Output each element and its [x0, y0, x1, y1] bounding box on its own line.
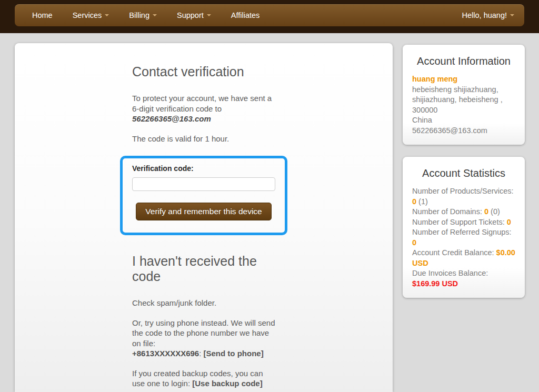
verification-code-label: Verification code:: [132, 164, 275, 173]
caret-down-icon: [153, 14, 157, 16]
phone-separator: :: [199, 349, 203, 358]
caret-down-icon: [510, 14, 514, 16]
stat-credit-balance: Account Credit Balance: $0.00 USD: [412, 248, 515, 268]
nav-item-label: Support: [177, 11, 204, 19]
address-line: shijiazhuang, hebeisheng ,: [412, 95, 515, 105]
phone-paragraph: Or, try using phone instead. We will sen…: [132, 318, 275, 359]
user-greeting: Hello, huang!: [462, 11, 507, 19]
phone-text: Or, try using phone instead. We will sen…: [132, 318, 275, 348]
nav-item-label: Home: [32, 11, 53, 19]
account-statistics-title: Account Statistics: [412, 167, 515, 179]
address-line: hebeisheng shijiazhuang,: [412, 85, 515, 95]
phone-number: +8613XXXXXX696: [132, 349, 199, 358]
backup-paragraph: If you created backup codes, you can use…: [132, 368, 275, 389]
stat-extra: (1): [416, 197, 428, 206]
page-body: Contact verification To protect your acc…: [0, 33, 539, 392]
stat-value: 0: [412, 238, 416, 247]
stat-referred-signups: Number of Referred Signups: 0: [412, 227, 515, 248]
main-panel: Contact verification To protect your acc…: [15, 43, 393, 392]
address-line: 300000: [412, 105, 515, 116]
send-to-phone-link[interactable]: [Send to phone]: [204, 349, 264, 358]
nav-item-billing[interactable]: Billing: [119, 11, 167, 19]
page-title: Contact verification: [132, 64, 275, 79]
nav-item-label: Billing: [129, 11, 149, 19]
nav-item-affiliates[interactable]: Affiliates: [221, 11, 270, 19]
header-bar: Home Services Billing Support Affiliates…: [0, 0, 539, 33]
stat-products-services: Number of Products/Services: 0 (1): [412, 186, 515, 207]
intro-paragraph: To protect your account, we have sent a …: [132, 93, 275, 124]
verification-form-highlight: Verification code: Verify and remember t…: [120, 156, 287, 235]
verification-code-input[interactable]: [132, 177, 275, 191]
intro-text: To protect your account, we have sent a …: [132, 94, 272, 113]
account-statistics-panel: Account Statistics Number of Products/Se…: [403, 157, 525, 298]
nav-menu: Home Services Billing Support Affiliates: [22, 11, 270, 19]
sidebar: Account Information huang meng hebeishen…: [403, 43, 525, 310]
client-email: 562266365@163.com: [412, 126, 515, 136]
verification-content: Contact verification To protect your acc…: [132, 43, 275, 392]
account-statistics-body: Number of Products/Services: 0 (1) Numbe…: [412, 186, 515, 289]
user-account-menu[interactable]: Hello, huang!: [461, 11, 515, 19]
account-information-body: huang meng hebeisheng shijiazhuang, shij…: [412, 74, 515, 136]
validity-text: The code is valid for 1 hour.: [132, 134, 275, 144]
nav-item-label: Services: [73, 11, 102, 19]
nav-item-home[interactable]: Home: [22, 11, 63, 19]
phone-line: +8613XXXXXX696: [Send to phone]: [132, 348, 275, 359]
address-line: China: [412, 115, 515, 126]
stat-value: 0: [412, 197, 416, 206]
nav-item-services[interactable]: Services: [63, 11, 119, 19]
not-received-title: I haven't received the code: [132, 254, 275, 284]
nav-item-label: Affiliates: [231, 11, 260, 19]
nav-item-support[interactable]: Support: [167, 11, 221, 19]
stat-domains: Number of Domains: 0 (0): [412, 207, 515, 217]
main-navbar: Home Services Billing Support Affiliates…: [15, 4, 524, 26]
stat-due-invoices: Due Invoices Balance: $169.99 USD: [412, 268, 515, 289]
stat-value: 0: [484, 207, 488, 216]
account-information-title: Account Information: [412, 55, 515, 67]
stat-value: 0: [507, 218, 511, 226]
check-spam-text: Check spam/junk folder.: [132, 298, 275, 308]
client-name: huang meng: [412, 74, 515, 85]
caret-down-icon: [105, 14, 109, 16]
stat-extra: (0): [488, 207, 500, 216]
caret-down-icon: [207, 14, 211, 16]
verify-button[interactable]: Verify and remember this device: [136, 203, 271, 220]
verification-email: 562266365@163.com: [132, 114, 275, 124]
stat-support-tickets: Number of Support Tickets: 0: [412, 217, 515, 228]
use-backup-code-link[interactable]: [Use backup code]: [192, 379, 262, 388]
stat-value: $169.99 USD: [412, 279, 458, 288]
account-information-panel: Account Information huang meng hebeishen…: [403, 45, 525, 145]
